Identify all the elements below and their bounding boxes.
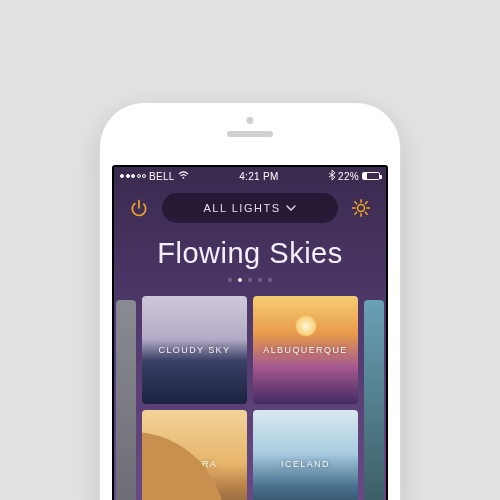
scene-tile-albuquerque[interactable]: ALBUQUERQUE xyxy=(253,296,358,404)
carrier-label: BELL xyxy=(149,171,175,182)
svg-line-9 xyxy=(365,212,367,214)
status-bar: BELL 4:21 PM xyxy=(114,167,386,185)
scene-carousel[interactable]: CLOUDY SKY ALBUQUERQUE SAHARA ICELAND xyxy=(114,296,386,500)
battery-percent: 22% xyxy=(338,171,359,182)
pager-dot[interactable] xyxy=(228,278,232,282)
next-card-peek[interactable] xyxy=(364,300,384,500)
screen-bezel: BELL 4:21 PM xyxy=(112,165,388,500)
scene-grid: CLOUDY SKY ALBUQUERQUE SAHARA ICELAND xyxy=(142,296,358,500)
chevron-down-icon xyxy=(286,205,296,212)
phone-device-frame: BELL 4:21 PM xyxy=(100,103,400,500)
svg-line-8 xyxy=(355,202,357,204)
scene-tile-label: ALBUQUERQUE xyxy=(263,345,347,355)
bluetooth-icon xyxy=(329,170,335,182)
brightness-button[interactable] xyxy=(348,195,374,221)
lights-selector-label: ALL LIGHTS xyxy=(204,202,281,214)
pager-dot[interactable] xyxy=(268,278,272,282)
wifi-icon xyxy=(178,171,189,182)
pager-dot[interactable] xyxy=(248,278,252,282)
prev-card-peek[interactable] xyxy=(116,300,136,500)
scene-tile-sahara[interactable]: SAHARA xyxy=(142,410,247,500)
power-icon xyxy=(129,198,149,218)
scene-tile-label: SAHARA xyxy=(172,459,217,469)
pager-dot[interactable] xyxy=(258,278,262,282)
scene-tile-cloudy-sky[interactable]: CLOUDY SKY xyxy=(142,296,247,404)
battery-icon xyxy=(362,172,380,180)
scene-tile-label: ICELAND xyxy=(281,459,330,469)
page-indicator[interactable] xyxy=(114,278,386,282)
power-button[interactable] xyxy=(126,195,152,221)
header-row: ALL LIGHTS xyxy=(114,185,386,227)
clock-time: 4:21 PM xyxy=(239,171,278,182)
svg-point-0 xyxy=(182,176,184,178)
page-title: Flowing Skies xyxy=(114,237,386,270)
svg-line-11 xyxy=(365,202,367,204)
pager-dot[interactable] xyxy=(238,278,242,282)
app-screen: BELL 4:21 PM xyxy=(114,167,386,500)
scene-tile-iceland[interactable]: ICELAND xyxy=(253,410,358,500)
status-bar-left: BELL xyxy=(120,171,189,182)
svg-line-10 xyxy=(355,212,357,214)
scene-tile-label: CLOUDY SKY xyxy=(159,345,231,355)
signal-strength-icon xyxy=(120,174,146,178)
status-bar-right: 22% xyxy=(329,170,380,182)
lights-selector[interactable]: ALL LIGHTS xyxy=(162,193,338,223)
sun-icon xyxy=(351,198,371,218)
svg-point-3 xyxy=(358,205,365,212)
